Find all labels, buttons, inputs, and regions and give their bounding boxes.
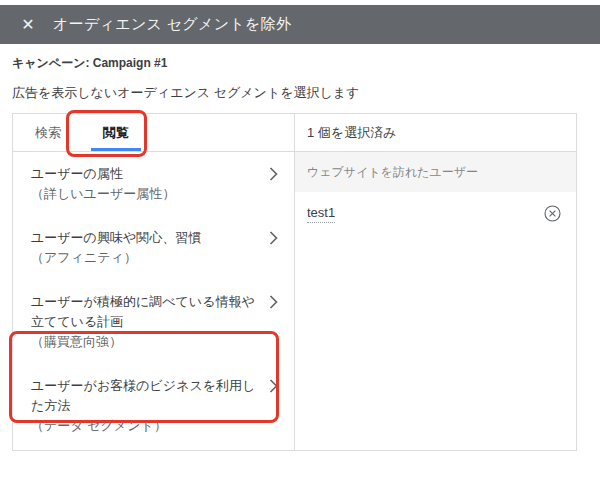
selected-item-name: test1	[307, 205, 335, 223]
tab-browse-label: 閲覧	[103, 124, 129, 142]
segment-title: ユーザーの属性	[31, 164, 257, 184]
active-tab-underline	[91, 148, 141, 151]
chevron-right-icon	[269, 167, 278, 181]
browse-column: 検索 閲覧 ユーザーの属性 （詳しいユーザー属性）	[13, 114, 295, 450]
tab-search-label: 検索	[35, 124, 61, 142]
dialog-header: ✕ オーディエンス セグメントを除外	[0, 5, 600, 44]
segment-item-data-segments[interactable]: ユーザーがお客様のビジネスを利用した方法 （データ セグメント）	[13, 364, 294, 448]
instruction-text: 広告を表示しないオーディエンス セグメントを選択します	[12, 84, 359, 102]
chevron-right-icon	[269, 231, 278, 245]
close-icon[interactable]: ✕	[18, 15, 38, 35]
tab-bar: 検索 閲覧	[13, 114, 294, 152]
segment-subtitle: （購買意向強）	[31, 332, 257, 352]
segment-title: ユーザーの興味や関心、習慣	[31, 228, 257, 248]
segment-item-demographics[interactable]: ユーザーの属性 （詳しいユーザー属性）	[13, 152, 294, 216]
selected-item-row: test1	[295, 192, 576, 235]
exclude-audience-dialog: ✕ オーディエンス セグメントを除外 キャンペーン: Campaign #1 広…	[0, 0, 600, 499]
segment-title: ユーザーが積極的に調べている情報や立てている計画	[31, 292, 257, 332]
segment-item-affinity[interactable]: ユーザーの興味や関心、習慣 （アフィニティ）	[13, 216, 294, 280]
audience-picker-panel: 検索 閲覧 ユーザーの属性 （詳しいユーザー属性）	[12, 113, 577, 451]
tab-search[interactable]: 検索	[23, 114, 73, 151]
campaign-label: キャンペーン: Campaign #1	[12, 55, 167, 72]
dialog-title: オーディエンス セグメントを除外	[53, 15, 291, 34]
segment-subtitle: （アフィニティ）	[31, 248, 257, 268]
chevron-right-icon	[269, 379, 278, 393]
selection-column: 1 個を選択済み ウェブサイトを訪れたユーザー test1	[295, 114, 576, 450]
chevron-right-icon	[269, 295, 278, 309]
selection-count: 1 個を選択済み	[295, 114, 576, 152]
tab-browse[interactable]: 閲覧	[91, 114, 141, 151]
segment-item-in-market[interactable]: ユーザーが積極的に調べている情報や立てている計画 （購買意向強）	[13, 280, 294, 364]
selection-group-label: ウェブサイトを訪れたユーザー	[295, 152, 576, 192]
segment-subtitle: （詳しいユーザー属性）	[31, 184, 257, 204]
segment-title: ユーザーがお客様のビジネスを利用した方法	[31, 376, 257, 416]
remove-selected-icon[interactable]	[544, 205, 561, 222]
segment-subtitle: （データ セグメント）	[31, 416, 257, 436]
segment-category-list: ユーザーの属性 （詳しいユーザー属性） ユーザーの興味や関心、習慣 （アフィニテ…	[13, 152, 294, 450]
